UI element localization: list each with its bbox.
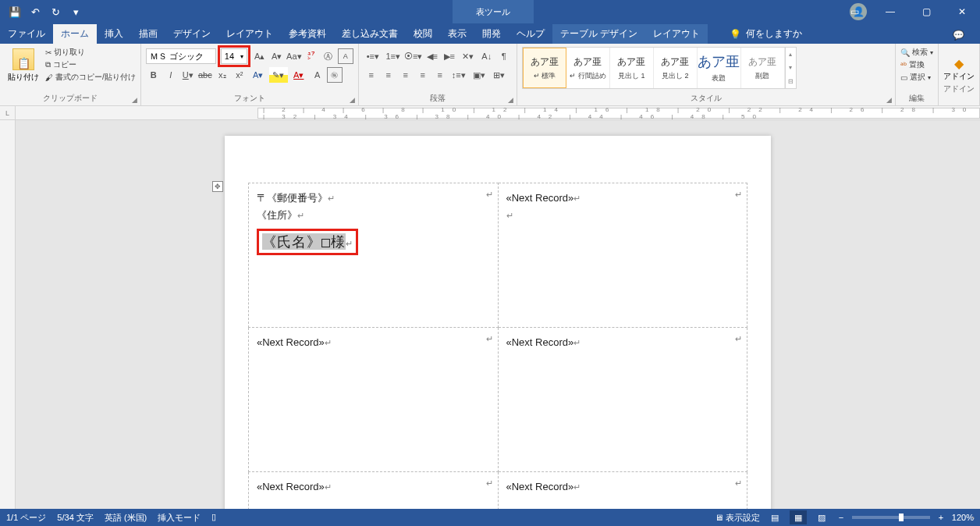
label-cell-2[interactable]: «Next Record»↵ ↵ ↵: [498, 183, 747, 328]
status-insert-mode[interactable]: 挿入モード: [158, 512, 201, 524]
strikethrough-button[interactable]: abc: [197, 67, 213, 83]
superscript-button[interactable]: x²: [232, 67, 247, 83]
tab-help[interactable]: ヘルプ: [509, 24, 552, 44]
distribute-button[interactable]: ≡: [432, 67, 448, 83]
line-spacing-button[interactable]: ↕≡▾: [449, 67, 468, 83]
sort-button[interactable]: A↓: [479, 48, 495, 64]
multilevel-button[interactable]: ⦿≡▾: [404, 48, 423, 64]
read-mode-button[interactable]: ▤: [766, 510, 783, 524]
style-title[interactable]: あア亜表題: [698, 48, 741, 88]
label-cell-3[interactable]: «Next Record»↵ ↵: [249, 328, 499, 472]
cut-button[interactable]: ✂切り取り: [45, 47, 136, 58]
zoom-slider[interactable]: [852, 516, 930, 519]
horizontal-ruler[interactable]: | 2 | 4 | 6 | 8 | 10 | 12 | 14 | 16 | 18…: [16, 106, 980, 119]
asian-layout-button[interactable]: ✕▾: [459, 48, 478, 64]
display-settings-button[interactable]: 🖥 表示設定: [715, 512, 760, 524]
shrink-font-button[interactable]: A▾: [269, 48, 285, 64]
clipboard-dialog-launcher[interactable]: ◢: [132, 96, 137, 104]
zoom-level[interactable]: 120%: [952, 513, 974, 522]
label-cell-6[interactable]: «Next Record»↵ ↵: [498, 472, 747, 510]
tab-table-design[interactable]: テーブル デザイン: [552, 24, 645, 44]
qat-save[interactable]: 💾: [6, 3, 23, 20]
style-heading-2[interactable]: あア亜見出し 2: [654, 48, 698, 88]
shading-button[interactable]: ▣▾: [470, 67, 488, 83]
table-move-handle[interactable]: ✥: [212, 181, 223, 192]
print-layout-button[interactable]: ▦: [790, 510, 807, 524]
underline-button[interactable]: U▾: [180, 67, 196, 83]
tab-references[interactable]: 参考資料: [281, 24, 334, 44]
select-button[interactable]: ▭選択▾: [900, 72, 933, 83]
phonetic-guide-button[interactable]: ㍐: [304, 48, 319, 64]
replace-button[interactable]: ᵃᵇ置換: [900, 59, 933, 70]
font-name-input[interactable]: [146, 48, 216, 64]
tab-mailings[interactable]: 差し込み文書: [334, 24, 406, 44]
styles-gallery[interactable]: あア亜↵ 標準 あア亜↵ 行間詰め あア亜見出し 1 あア亜見出し 2 あア亜表…: [522, 47, 797, 89]
addins-icon[interactable]: ◆: [954, 56, 964, 71]
status-language[interactable]: 英語 (米国): [105, 512, 147, 524]
qat-customize[interactable]: ▾: [67, 3, 84, 20]
tab-design[interactable]: デザイン: [165, 24, 218, 44]
style-heading-1[interactable]: あア亜見出し 1: [610, 48, 654, 88]
gallery-more-icon[interactable]: ⊟: [786, 75, 796, 88]
label-cell-1[interactable]: 〒《郵便番号》↵ 《住所》↵ 《氏名》□様↵ ↵: [249, 183, 499, 328]
align-left-button[interactable]: ≡: [364, 67, 379, 83]
tab-home[interactable]: ホーム: [53, 24, 97, 44]
style-subtitle[interactable]: あア亜副題: [741, 48, 785, 88]
close-button[interactable]: ✕: [944, 0, 980, 23]
char-border-button[interactable]: ㊑: [327, 67, 343, 83]
collapse-ribbon-icon[interactable]: ˄: [971, 516, 975, 524]
highlight-button[interactable]: ✎▾: [269, 67, 288, 83]
grow-font-button[interactable]: A▴: [252, 48, 268, 64]
gallery-up-icon[interactable]: ▴: [786, 48, 796, 61]
tab-table-layout[interactable]: レイアウト: [645, 24, 708, 44]
minimize-button[interactable]: —: [872, 0, 908, 23]
style-normal[interactable]: あア亜↵ 標準: [523, 48, 566, 88]
show-marks-button[interactable]: ¶: [496, 48, 512, 64]
font-size-input[interactable]: 14▾: [221, 48, 247, 64]
align-center-button[interactable]: ≡: [381, 67, 396, 83]
tell-me-search[interactable]: 💡 何をしますか: [723, 24, 808, 44]
paragraph-dialog-launcher[interactable]: ◢: [508, 96, 513, 104]
tab-insert[interactable]: 挿入: [97, 24, 131, 44]
zoom-in-button[interactable]: +: [936, 513, 946, 522]
zoom-thumb[interactable]: [899, 514, 904, 521]
decrease-indent-button[interactable]: ◀≡: [424, 48, 440, 64]
bold-button[interactable]: B: [146, 67, 162, 83]
tab-view[interactable]: 表示: [440, 24, 474, 44]
name-merge-field[interactable]: 《氏名》□様: [262, 233, 346, 250]
clear-format-button[interactable]: Ⓐ: [321, 48, 336, 64]
label-cell-4[interactable]: «Next Record»↵ ↵: [498, 328, 747, 472]
font-dialog-launcher[interactable]: ◢: [350, 96, 355, 104]
italic-button[interactable]: I: [163, 67, 179, 83]
font-color-button[interactable]: A▾: [289, 67, 308, 83]
find-button[interactable]: 🔍検索▾: [900, 47, 933, 58]
justify-button[interactable]: ≡: [415, 67, 431, 83]
tab-layout[interactable]: レイアウト: [218, 24, 281, 44]
maximize-button[interactable]: ▢: [908, 0, 944, 23]
qat-redo[interactable]: ↻: [47, 3, 64, 20]
bullets-button[interactable]: •≡▾: [364, 48, 382, 64]
format-painter-button[interactable]: 🖌書式のコピー/貼り付け: [45, 72, 136, 83]
tab-developer[interactable]: 開発: [474, 24, 509, 44]
gallery-down-icon[interactable]: ▾: [786, 61, 796, 74]
macro-record-icon[interactable]: ▯: [211, 512, 216, 524]
increase-indent-button[interactable]: ▶≡: [442, 48, 457, 64]
paste-button[interactable]: 📋 貼り付け: [5, 47, 42, 84]
web-layout-button[interactable]: ▨: [813, 510, 830, 524]
tab-draw[interactable]: 描画: [131, 24, 165, 44]
subscript-button[interactable]: x₂: [215, 67, 230, 83]
copy-button[interactable]: ⧉コピー: [45, 59, 136, 70]
ribbon-display-options[interactable]: ▭: [836, 0, 872, 23]
borders-button[interactable]: ⊞▾: [490, 67, 509, 83]
tab-review[interactable]: 校閲: [406, 24, 440, 44]
char-shading-button[interactable]: A: [310, 67, 325, 83]
styles-dialog-launcher[interactable]: ◢: [886, 96, 892, 104]
style-no-spacing[interactable]: あア亜↵ 行間詰め: [566, 48, 610, 88]
enclose-char-button[interactable]: A: [338, 48, 353, 64]
text-effects-button[interactable]: A▾: [249, 67, 268, 83]
tab-file[interactable]: ファイル: [0, 24, 53, 44]
status-page[interactable]: 1/1 ページ: [6, 512, 46, 524]
share-button[interactable]: 💬: [946, 27, 971, 44]
document-canvas[interactable]: ✥ 〒《郵便番号》↵ 《住所》↵ 《氏名》□様↵ ↵ «Next Record»…: [16, 120, 980, 509]
vertical-ruler[interactable]: [0, 120, 16, 509]
